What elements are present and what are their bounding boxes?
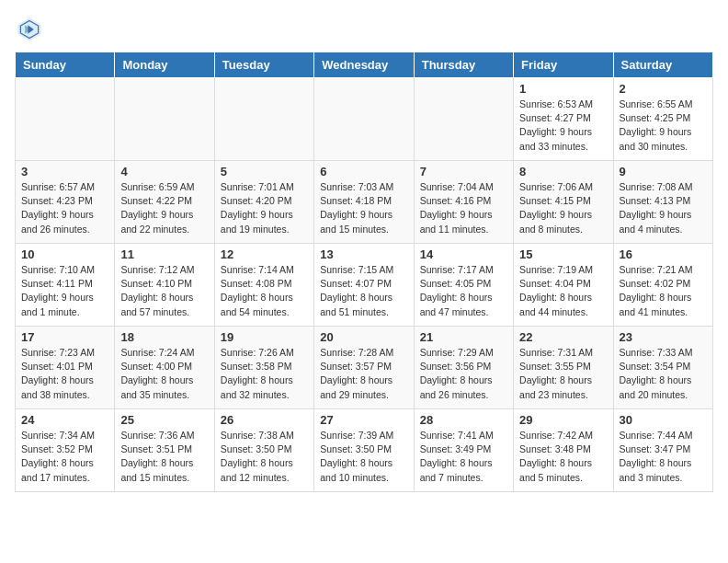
day-number: 15 [519, 247, 607, 261]
day-number: 27 [320, 413, 407, 427]
day-info: Sunrise: 6:57 AM Sunset: 4:23 PM Dayligh… [21, 180, 108, 236]
day-info: Sunrise: 7:24 AM Sunset: 4:00 PM Dayligh… [120, 346, 208, 402]
day-info: Sunrise: 7:29 AM Sunset: 3:56 PM Dayligh… [420, 346, 507, 402]
column-header-saturday: Saturday [613, 52, 712, 78]
calendar-cell: 10Sunrise: 7:10 AM Sunset: 4:11 PM Dayli… [16, 244, 115, 327]
day-info: Sunrise: 7:38 AM Sunset: 3:50 PM Dayligh… [221, 429, 308, 485]
day-info: Sunrise: 7:04 AM Sunset: 4:16 PM Dayligh… [420, 180, 507, 236]
calendar-table: SundayMondayTuesdayWednesdayThursdayFrid… [15, 52, 713, 492]
calendar-cell: 20Sunrise: 7:28 AM Sunset: 3:57 PM Dayli… [314, 327, 414, 409]
day-number: 26 [221, 413, 308, 427]
calendar-cell: 27Sunrise: 7:39 AM Sunset: 3:50 PM Dayli… [314, 409, 414, 492]
day-info: Sunrise: 7:15 AM Sunset: 4:07 PM Dayligh… [320, 263, 407, 319]
day-info: Sunrise: 6:59 AM Sunset: 4:22 PM Dayligh… [120, 180, 208, 236]
calendar-cell: 28Sunrise: 7:41 AM Sunset: 3:49 PM Dayli… [414, 409, 513, 492]
calendar-cell: 17Sunrise: 7:23 AM Sunset: 4:01 PM Dayli… [16, 327, 115, 409]
day-number: 17 [21, 330, 108, 344]
day-number: 11 [120, 247, 208, 261]
calendar-week-row: 17Sunrise: 7:23 AM Sunset: 4:01 PM Dayli… [16, 327, 713, 409]
calendar-cell [115, 78, 214, 161]
calendar-cell: 30Sunrise: 7:44 AM Sunset: 3:47 PM Dayli… [613, 409, 712, 492]
calendar-cell: 2Sunrise: 6:55 AM Sunset: 4:25 PM Daylig… [613, 78, 712, 161]
day-info: Sunrise: 7:21 AM Sunset: 4:02 PM Dayligh… [620, 263, 707, 319]
day-info: Sunrise: 6:55 AM Sunset: 4:25 PM Dayligh… [620, 98, 707, 154]
day-info: Sunrise: 7:44 AM Sunset: 3:47 PM Dayligh… [620, 429, 707, 485]
column-header-monday: Monday [115, 52, 214, 78]
day-info: Sunrise: 7:01 AM Sunset: 4:20 PM Dayligh… [221, 180, 308, 236]
day-info: Sunrise: 7:19 AM Sunset: 4:04 PM Dayligh… [519, 263, 607, 319]
day-number: 3 [21, 165, 108, 178]
day-info: Sunrise: 7:03 AM Sunset: 4:18 PM Dayligh… [320, 180, 407, 236]
calendar-cell: 24Sunrise: 7:34 AM Sunset: 3:52 PM Dayli… [16, 409, 115, 492]
logo-icon [15, 15, 44, 44]
day-info: Sunrise: 7:06 AM Sunset: 4:15 PM Dayligh… [519, 180, 607, 236]
calendar-cell: 25Sunrise: 7:36 AM Sunset: 3:51 PM Dayli… [115, 409, 214, 492]
column-header-wednesday: Wednesday [314, 52, 414, 78]
day-info: Sunrise: 7:26 AM Sunset: 3:58 PM Dayligh… [221, 346, 308, 402]
day-info: Sunrise: 7:08 AM Sunset: 4:13 PM Dayligh… [620, 180, 707, 236]
calendar-cell: 16Sunrise: 7:21 AM Sunset: 4:02 PM Dayli… [613, 244, 712, 327]
day-number: 7 [420, 165, 507, 178]
day-info: Sunrise: 6:53 AM Sunset: 4:27 PM Dayligh… [519, 98, 607, 154]
day-number: 14 [420, 247, 507, 261]
calendar-header-row: SundayMondayTuesdayWednesdayThursdayFrid… [16, 52, 713, 78]
day-number: 21 [420, 330, 507, 344]
day-number: 19 [221, 330, 308, 344]
column-header-tuesday: Tuesday [214, 52, 313, 78]
calendar-week-row: 10Sunrise: 7:10 AM Sunset: 4:11 PM Dayli… [16, 244, 713, 327]
day-info: Sunrise: 7:34 AM Sunset: 3:52 PM Dayligh… [21, 429, 108, 485]
logo [15, 15, 48, 44]
calendar-cell: 12Sunrise: 7:14 AM Sunset: 4:08 PM Dayli… [214, 244, 313, 327]
day-info: Sunrise: 7:42 AM Sunset: 3:48 PM Dayligh… [519, 429, 607, 485]
column-header-friday: Friday [514, 52, 613, 78]
day-number: 4 [120, 165, 208, 178]
day-info: Sunrise: 7:14 AM Sunset: 4:08 PM Dayligh… [221, 263, 308, 319]
calendar-cell: 26Sunrise: 7:38 AM Sunset: 3:50 PM Dayli… [214, 409, 313, 492]
calendar-cell: 6Sunrise: 7:03 AM Sunset: 4:18 PM Daylig… [314, 161, 414, 244]
day-number: 10 [21, 247, 108, 261]
day-info: Sunrise: 7:39 AM Sunset: 3:50 PM Dayligh… [320, 429, 407, 485]
calendar-cell: 11Sunrise: 7:12 AM Sunset: 4:10 PM Dayli… [115, 244, 214, 327]
day-info: Sunrise: 7:17 AM Sunset: 4:05 PM Dayligh… [420, 263, 507, 319]
day-info: Sunrise: 7:33 AM Sunset: 3:54 PM Dayligh… [620, 346, 707, 402]
calendar-cell: 29Sunrise: 7:42 AM Sunset: 3:48 PM Dayli… [514, 409, 613, 492]
calendar-cell: 23Sunrise: 7:33 AM Sunset: 3:54 PM Dayli… [613, 327, 712, 409]
calendar-cell [16, 78, 115, 161]
calendar-cell: 8Sunrise: 7:06 AM Sunset: 4:15 PM Daylig… [514, 161, 613, 244]
day-number: 30 [620, 413, 707, 427]
calendar-cell: 13Sunrise: 7:15 AM Sunset: 4:07 PM Dayli… [314, 244, 414, 327]
day-number: 8 [519, 165, 607, 178]
day-number: 29 [519, 413, 607, 427]
calendar-week-row: 1Sunrise: 6:53 AM Sunset: 4:27 PM Daylig… [16, 78, 713, 161]
calendar-cell: 14Sunrise: 7:17 AM Sunset: 4:05 PM Dayli… [414, 244, 513, 327]
calendar-cell: 21Sunrise: 7:29 AM Sunset: 3:56 PM Dayli… [414, 327, 513, 409]
day-number: 18 [120, 330, 208, 344]
calendar-cell: 15Sunrise: 7:19 AM Sunset: 4:04 PM Dayli… [514, 244, 613, 327]
day-number: 20 [320, 330, 407, 344]
day-info: Sunrise: 7:31 AM Sunset: 3:55 PM Dayligh… [519, 346, 607, 402]
day-number: 28 [420, 413, 507, 427]
day-number: 5 [221, 165, 308, 178]
day-number: 16 [620, 247, 707, 261]
calendar-cell: 19Sunrise: 7:26 AM Sunset: 3:58 PM Dayli… [214, 327, 313, 409]
day-number: 23 [620, 330, 707, 344]
day-info: Sunrise: 7:10 AM Sunset: 4:11 PM Dayligh… [21, 263, 108, 319]
calendar-week-row: 3Sunrise: 6:57 AM Sunset: 4:23 PM Daylig… [16, 161, 713, 244]
column-header-thursday: Thursday [414, 52, 513, 78]
day-number: 6 [320, 165, 407, 178]
column-header-sunday: Sunday [16, 52, 115, 78]
calendar-cell: 4Sunrise: 6:59 AM Sunset: 4:22 PM Daylig… [115, 161, 214, 244]
day-number: 13 [320, 247, 407, 261]
day-info: Sunrise: 7:41 AM Sunset: 3:49 PM Dayligh… [420, 429, 507, 485]
header [15, 15, 713, 44]
calendar-cell: 18Sunrise: 7:24 AM Sunset: 4:00 PM Dayli… [115, 327, 214, 409]
calendar-cell: 22Sunrise: 7:31 AM Sunset: 3:55 PM Dayli… [514, 327, 613, 409]
day-number: 25 [120, 413, 208, 427]
calendar-cell [414, 78, 513, 161]
calendar-cell: 7Sunrise: 7:04 AM Sunset: 4:16 PM Daylig… [414, 161, 513, 244]
day-number: 24 [21, 413, 108, 427]
calendar-cell: 1Sunrise: 6:53 AM Sunset: 4:27 PM Daylig… [514, 78, 613, 161]
day-info: Sunrise: 7:23 AM Sunset: 4:01 PM Dayligh… [21, 346, 108, 402]
day-number: 2 [620, 82, 707, 96]
day-info: Sunrise: 7:36 AM Sunset: 3:51 PM Dayligh… [120, 429, 208, 485]
